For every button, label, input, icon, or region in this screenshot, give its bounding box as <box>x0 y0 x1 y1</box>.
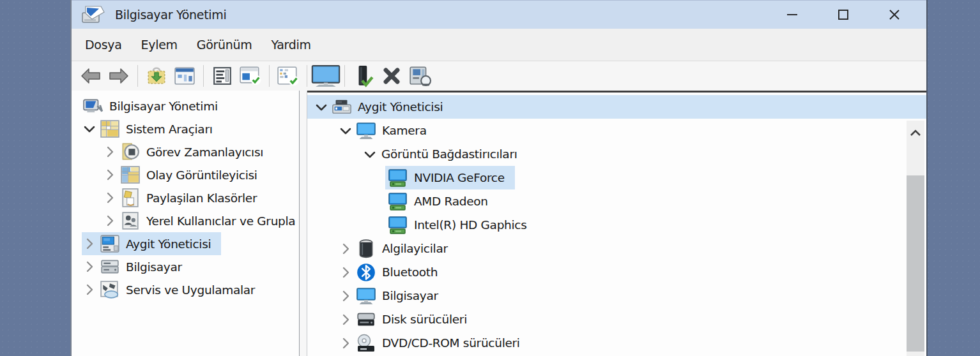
chevron-right-icon[interactable] <box>102 190 118 205</box>
toolbar-separator <box>344 65 345 87</box>
tree-item-inner: Aygit Yöneticisi <box>82 232 221 255</box>
chevron-right-icon[interactable] <box>338 241 353 256</box>
tree-item-paylasilan-klasorler[interactable]: Paylaşilan Klasörler <box>72 186 299 209</box>
toolbar-monitor-button[interactable] <box>312 63 340 89</box>
toolbar-properties-list-button[interactable] <box>208 63 236 89</box>
chevron-right-icon[interactable] <box>82 282 97 297</box>
chevron-down-icon[interactable] <box>314 100 329 115</box>
content-area: Bilgisayar YönetimiSistem AraçiarıGörev … <box>72 91 926 356</box>
chevron-down-icon[interactable] <box>338 123 353 138</box>
tree-item-inner: Disk sürücüleri <box>338 308 471 331</box>
monitor-icon <box>310 64 342 87</box>
menu-item-gorunum[interactable]: Görünüm <box>187 35 262 54</box>
computer-storage-icon <box>100 257 120 276</box>
tree-item-label: Kamera <box>378 122 431 138</box>
menu-bar: DosyaEylemGörünümYardim <box>72 29 926 61</box>
minimize-button[interactable] <box>767 1 818 29</box>
toolbar-console-window-button[interactable] <box>171 63 199 89</box>
tree-item-bluetooth[interactable]: Bluetooth <box>307 260 926 284</box>
chevron-down-icon[interactable] <box>82 121 97 137</box>
monitor-device-icon <box>356 286 376 306</box>
chevron-up-icon <box>910 129 921 137</box>
tree-item-gorev-zamanlayicisi[interactable]: Görev Zamanlayıcısı <box>72 140 299 163</box>
tree-item-label: Bluetooth <box>378 264 441 280</box>
toolbar-back-arrow-button[interactable] <box>77 63 105 89</box>
event-viewer-icon <box>120 165 141 184</box>
toolbar-separator <box>203 65 204 87</box>
toolbar-separator <box>137 65 138 87</box>
tree-item-label: Görüntü Bağdastirıcıları <box>378 146 521 162</box>
tree-item-label: Disk sürücüleri <box>378 311 471 327</box>
toolbar-forward-arrow-button[interactable] <box>105 63 133 89</box>
tree-item-bilgisayar[interactable]: Bilgisayar <box>307 284 926 308</box>
chevron-right-icon[interactable] <box>82 236 97 251</box>
toolbar-separator <box>269 65 270 87</box>
bluetooth-device-icon <box>356 263 376 282</box>
tree-item-olay-goruntileyicisi[interactable]: Olay Görüntileyicisi <box>72 163 299 186</box>
toolbar-scan-computer-button[interactable] <box>406 63 434 89</box>
monitor-device-icon <box>356 121 376 140</box>
forward-arrow-icon <box>107 67 130 85</box>
tree-item-bilgisayar[interactable]: Bilgisayar <box>72 255 299 278</box>
toolbar <box>72 61 926 91</box>
tree-item-label: Bilgisayar <box>378 288 442 304</box>
tree-item-label: Sistem Araçiarı <box>122 121 217 137</box>
toolbar-remove-x-button[interactable] <box>378 63 406 89</box>
tree-item-amd-radeon[interactable]: AMD Radeon <box>307 189 926 213</box>
toolbar-separator <box>307 65 307 87</box>
tree-item-aygit-yoneticisi[interactable]: Aygit Yöneticisi <box>307 95 926 119</box>
tree-item-aygit-yoneticisi[interactable]: Aygit Yöneticisi <box>72 232 299 255</box>
close-button[interactable] <box>869 1 920 29</box>
menu-item-dosya[interactable]: Dosya <box>75 35 132 54</box>
task-scheduler-icon <box>120 142 141 161</box>
tree-item-inner: DVD/CD-ROM sürücüleri <box>338 331 524 355</box>
tree-item-intel-r-hd-gaphics[interactable]: Intel(R) HD Gaphics <box>307 213 926 237</box>
tree-item-goruntu-bagdastiricilari[interactable]: Görüntü Bağdastirıcıları <box>307 142 926 166</box>
window-check-icon <box>239 66 262 86</box>
menu-item-eylem[interactable]: Eylem <box>132 35 187 54</box>
vertical-scrollbar[interactable] <box>907 121 924 356</box>
toolbar-import-box-button[interactable] <box>142 63 171 89</box>
chevron-right-icon[interactable] <box>82 259 97 274</box>
chevron-right-icon[interactable] <box>338 265 353 280</box>
update-driver-icon <box>353 64 374 87</box>
menu-item-yardim[interactable]: Yardim <box>261 35 320 54</box>
tree-item-bilgisayar-yonetimi[interactable]: Bilgisayar Yönetimi <box>72 94 299 117</box>
tree-item-label: Bilgisayar <box>122 259 186 275</box>
tree-item-yerel-kullaniclar-ve-grupla[interactable]: Yerel Kullanıclar ve Grupla <box>72 209 299 232</box>
tree-item-inner: Aygit Yöneticisi <box>314 95 447 119</box>
tree-item-inner: Bilgisayar <box>82 255 186 278</box>
tree-item-label: Bilgisayar Yönetimi <box>105 98 222 114</box>
device-tree-pane: Aygit YöneticisiKameraGörüntü Bağdastirı… <box>307 91 926 356</box>
chevron-right-icon[interactable] <box>338 288 353 304</box>
scan-computer-icon <box>407 65 433 87</box>
users-groups-icon <box>120 211 141 230</box>
tree-item-disk-suruculeri[interactable]: Disk sürücüleri <box>307 308 926 331</box>
tree-item-servis-ve-uygulamalar[interactable]: Servis ve Uygulamalar <box>72 278 299 301</box>
toolbar-window-check-grid-button[interactable] <box>274 63 302 89</box>
scrollbar-thumb[interactable] <box>907 175 924 352</box>
disk-drive-icon <box>356 310 376 329</box>
chevron-right-icon[interactable] <box>102 144 118 159</box>
toolbar-window-check-button[interactable] <box>236 63 264 89</box>
computer-management-window: Bilgisayar Yönetimi DosyaEylemGörünümYar… <box>70 0 928 356</box>
tree-item-nvidia-geforce[interactable]: NVIDIA GeForce <box>307 166 926 189</box>
chevron-right-icon[interactable] <box>102 167 118 182</box>
tree-item-inner: Servis ve Uygulamalar <box>82 278 259 301</box>
tree-item-sistem-araciari[interactable]: Sistem Araçiarı <box>72 117 299 140</box>
device-manager-root-icon <box>332 98 352 117</box>
chevron-right-icon[interactable] <box>338 312 353 327</box>
chevron-right-icon[interactable] <box>102 213 118 228</box>
maximize-button[interactable] <box>818 1 869 29</box>
chevron-right-icon[interactable] <box>338 336 353 351</box>
tree-item-label: Intel(R) HD Gaphics <box>410 217 531 233</box>
tree-item-inner: Görev Zamanlayıcısı <box>102 140 267 163</box>
tree-item-kamera[interactable]: Kamera <box>307 119 926 142</box>
tree-item-algilayicilar[interactable]: Algilayicilar <box>307 237 926 260</box>
toolbar-update-driver-button[interactable] <box>349 63 378 89</box>
pane-splitter[interactable] <box>299 91 307 356</box>
scroll-up-button[interactable] <box>907 121 924 145</box>
tree-item-dvd-cd-rom-suruculeri[interactable]: DVD/CD-ROM sürücüleri <box>307 331 926 355</box>
tree-item-inner: Bilgisayar Yönetimi <box>80 94 222 117</box>
chevron-down-icon[interactable] <box>362 147 378 162</box>
